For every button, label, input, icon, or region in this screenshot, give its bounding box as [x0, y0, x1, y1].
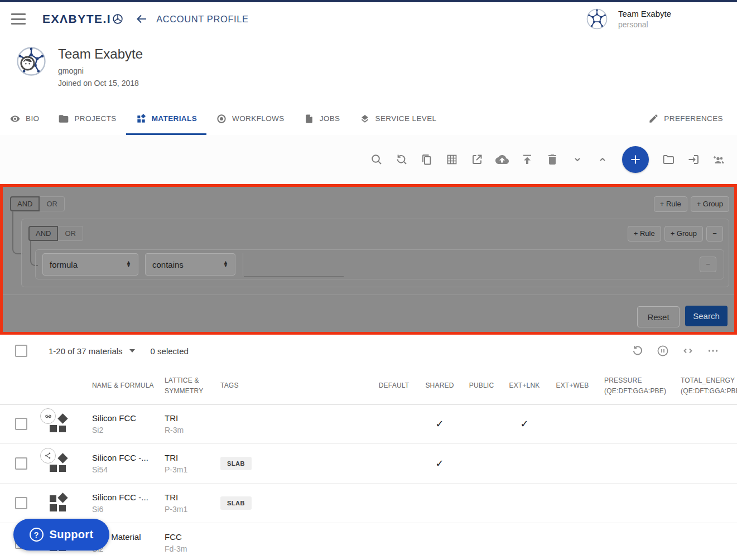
- symmetry-group: P-3m1: [165, 465, 218, 474]
- root-combinator-toggle: AND OR: [10, 196, 65, 211]
- add-material-button[interactable]: [622, 146, 649, 173]
- material-formula: Si6: [92, 505, 162, 514]
- material-row[interactable]: New Material Si2 FCC Fd-3m: [0, 523, 737, 560]
- group-remove-button[interactable]: −: [706, 226, 723, 242]
- group-combinator-toggle: AND OR: [28, 226, 83, 241]
- select-all-checkbox[interactable]: [15, 345, 27, 357]
- delete-icon[interactable]: [546, 153, 559, 166]
- more-icon[interactable]: [706, 344, 720, 358]
- chevron-down-icon[interactable]: [571, 153, 584, 166]
- cloud-upload-icon[interactable]: [495, 153, 509, 166]
- folder-icon[interactable]: [662, 153, 675, 166]
- query-footer-divider: [3, 295, 734, 295]
- tab-bio[interactable]: BIO: [0, 104, 49, 135]
- row-badge: [40, 448, 56, 464]
- account-menu[interactable]: Team Exabyte personal: [586, 8, 671, 30]
- query-rule-row: formula ▲▼ contains ▲▼ −: [35, 249, 724, 279]
- profile-section: Team Exabyte gmogni Joined on Oct 15, 20…: [0, 36, 737, 103]
- ext-lnk-flag: ✓: [503, 418, 546, 430]
- column-header-total-energy[interactable]: TOTAL_ENERGY (QE:DFT:GGA:PBE): [674, 375, 737, 396]
- code-icon[interactable]: [681, 344, 695, 358]
- upload-icon[interactable]: [521, 153, 534, 166]
- column-header-tags[interactable]: TAGS: [218, 380, 368, 391]
- tab-materials[interactable]: MATERIALS: [126, 104, 206, 135]
- group-and-button[interactable]: AND: [28, 226, 58, 241]
- account-name: Team Exabyte: [618, 9, 671, 18]
- root-and-button[interactable]: AND: [10, 196, 40, 211]
- column-header-lattice[interactable]: LATTICE & SYMMETRY: [162, 375, 205, 396]
- profile-username: gmogni: [58, 66, 84, 75]
- tab-jobs[interactable]: JOBS: [294, 104, 350, 135]
- exabyte-logo[interactable]: EXΛBYTE.I: [42, 12, 124, 26]
- tab-service-level[interactable]: SERVICE LEVEL: [350, 104, 446, 135]
- rule-remove-button[interactable]: −: [700, 257, 716, 272]
- reset-button[interactable]: Reset: [637, 306, 680, 327]
- material-row[interactable]: Silicon FCC -... Si54 TRI P-3m1 SLAB ✓: [0, 444, 737, 484]
- row-checkbox[interactable]: [15, 497, 27, 509]
- column-header-shared[interactable]: SHARED: [420, 380, 460, 391]
- column-header-ext-web[interactable]: EXT+WEB: [546, 380, 599, 391]
- row-badge: [40, 408, 56, 424]
- column-header-public[interactable]: PUBLIC: [460, 380, 503, 391]
- symmetry-group: R-3m: [165, 426, 218, 435]
- tab-projects[interactable]: PROJECTS: [49, 104, 126, 135]
- column-header-pressure[interactable]: PRESSURE (QE:DFT:GGA:PBE): [599, 375, 674, 396]
- folder-icon: [58, 113, 69, 124]
- grid-view-icon[interactable]: [445, 153, 459, 166]
- select-spinner-icon: ▲▼: [214, 261, 228, 267]
- selected-count: 0 selected: [151, 346, 189, 356]
- import-icon[interactable]: [687, 153, 700, 166]
- refresh-icon[interactable]: [631, 344, 644, 358]
- column-header-default[interactable]: DEFAULT: [368, 380, 420, 391]
- operator-select[interactable]: contains ▲▼: [145, 253, 235, 276]
- eye-icon: [9, 113, 21, 124]
- search-button[interactable]: Search: [685, 306, 728, 326]
- material-row[interactable]: Silicon FCC Si2 TRI R-3m ✓ ✓: [0, 404, 737, 444]
- column-header-name[interactable]: NAME & FORMULA: [84, 380, 162, 391]
- support-button[interactable]: ? Support: [13, 519, 109, 551]
- search-icon[interactable]: [370, 153, 383, 166]
- column-header-ext-lnk[interactable]: EXT+LNK: [503, 380, 546, 391]
- tags-cell: SLAB: [218, 457, 368, 470]
- back-arrow-icon[interactable]: [135, 12, 148, 26]
- page-title: ACCOUNT PROFILE: [156, 14, 248, 25]
- materials-icon: [136, 113, 147, 124]
- row-checkbox[interactable]: [15, 418, 27, 430]
- pagination-dropdown[interactable]: 1-20 of 37 materials: [49, 346, 135, 356]
- search-history-icon[interactable]: [395, 153, 408, 166]
- rule-value-input[interactable]: [244, 253, 344, 277]
- root-add-rule-button[interactable]: + Rule: [654, 196, 687, 212]
- rule-divider: [243, 253, 243, 276]
- field-select[interactable]: formula ▲▼: [42, 253, 138, 276]
- material-formula: Si2: [92, 426, 162, 435]
- material-icon: [49, 494, 68, 513]
- group-add-group-button[interactable]: + Group: [664, 226, 703, 242]
- copy-icon[interactable]: [420, 153, 433, 166]
- material-name: Silicon FCC: [92, 413, 162, 423]
- group-add-rule-button[interactable]: + Rule: [628, 226, 661, 242]
- shared-flag: ✓: [420, 457, 460, 470]
- lattice-type: FCC: [165, 532, 218, 542]
- tab-workflows[interactable]: WORKFLOWS: [206, 104, 294, 135]
- tab-preferences[interactable]: PREFERENCES: [639, 104, 733, 135]
- open-in-new-icon[interactable]: [470, 153, 484, 166]
- group-or-button[interactable]: OR: [58, 226, 83, 241]
- symmetry-group: P-3m1: [165, 505, 218, 514]
- materials-list-toolbar: 1-20 of 37 materials 0 selected: [0, 335, 737, 367]
- material-name: Silicon FCC -...: [92, 493, 162, 502]
- profile-tabs: BIO PROJECTS MATERIALS: [0, 102, 737, 136]
- material-formula: Si54: [92, 465, 162, 474]
- query-builder-highlight: AND OR + Rule + Group AND OR + Rule + Gr…: [0, 184, 737, 335]
- team-avatar: [586, 8, 608, 30]
- row-checkbox[interactable]: [15, 457, 27, 470]
- add-collaborators-icon[interactable]: [712, 153, 725, 166]
- material-row[interactable]: Silicon FCC -... Si6 TRI P-3m1 SLAB: [0, 484, 737, 523]
- pause-icon[interactable]: [656, 344, 669, 358]
- chevron-up-icon[interactable]: [596, 153, 609, 166]
- nested-rule-group: AND OR + Rule + Group − formula ▲▼ conta…: [21, 219, 729, 287]
- profile-face-badge-icon: [20, 56, 35, 71]
- root-or-button[interactable]: OR: [40, 196, 65, 211]
- root-add-group-button[interactable]: + Group: [691, 196, 729, 212]
- list-toolbar-icons: [631, 344, 737, 358]
- menu-icon[interactable]: [11, 13, 26, 25]
